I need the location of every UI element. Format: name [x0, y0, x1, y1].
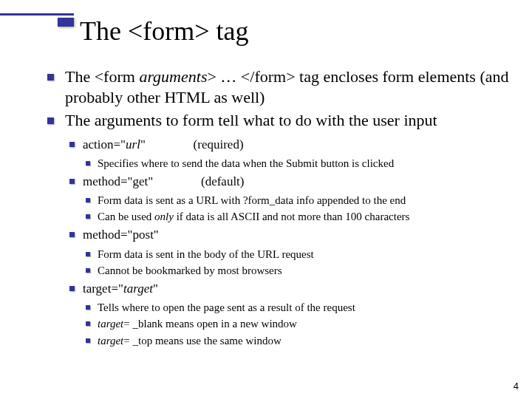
bullet-item: target="target" Tells where to open the … — [65, 281, 510, 348]
code: " — [140, 137, 146, 151]
code: > … </form> — [207, 67, 295, 86]
text: Form data is sent in the body of the URL… — [98, 248, 314, 260]
text: Tells where to open the page sent as a r… — [98, 301, 355, 313]
slide-content: The <form arguments> … </form> tag enclo… — [44, 66, 510, 351]
title-text-post: tag — [210, 16, 249, 46]
slide-title: The <form> tag — [80, 17, 532, 47]
code: <form — [95, 67, 140, 86]
code: method="get" — [83, 174, 153, 188]
bullet-item: Specifies where to send the data when th… — [83, 156, 510, 171]
bullet-item: action="url" (required) Specifies where … — [65, 137, 510, 171]
code-italic: url — [126, 137, 140, 151]
code: _top — [133, 335, 153, 347]
text: tell what to do with the user input — [214, 111, 437, 129]
title-text-pre: The — [80, 16, 128, 46]
text: button is clicked — [318, 157, 394, 169]
text: The arguments to — [65, 111, 183, 129]
bullet-list-level3: Form data is sent as a URL with ?form_da… — [83, 193, 510, 225]
text-italic: target — [98, 318, 123, 330]
text: means use the same window — [152, 335, 282, 347]
bullet-item: Can be used only if data is all ASCII an… — [83, 209, 510, 224]
bullet-item: target= _blank means open in a new windo… — [83, 316, 510, 331]
code: target=" — [83, 282, 123, 296]
code: form — [183, 111, 214, 129]
code: method="post" — [83, 228, 159, 242]
text-italic: only — [154, 211, 174, 222]
text: = — [123, 318, 132, 330]
note: (default) — [201, 174, 245, 190]
text: Cannot be bookmarked by most browsers — [98, 265, 282, 276]
text: info appended to the end — [293, 194, 406, 206]
bullet-list-level3: Form data is sent in the body of the URL… — [83, 247, 510, 279]
text: Form data is sent as a URL with — [98, 194, 243, 206]
text: Specifies where to send the data when th… — [98, 157, 286, 169]
bullet-item: Form data is sent in the body of the URL… — [83, 247, 510, 262]
code: " — [153, 282, 158, 296]
bullet-list-level3: Tells where to open the page sent as a r… — [83, 300, 510, 348]
bullet-item: The arguments to form tell what to do wi… — [44, 110, 510, 348]
note: (required) — [194, 137, 244, 153]
bullet-item: Cannot be bookmarked by most browsers — [83, 263, 510, 278]
title-block: The <form> tag — [0, 13, 532, 47]
title-accent-bar — [0, 13, 74, 16]
text: = — [123, 335, 132, 347]
bullet-item: method="get" (default) Form data is sent… — [65, 174, 510, 225]
text-italic: target — [98, 335, 123, 347]
bullet-list-level3: Specifies where to send the data when th… — [83, 156, 510, 171]
slide: The <form> tag The <form arguments> … </… — [0, 0, 532, 399]
code: action=" — [83, 137, 126, 151]
text: Can be used — [98, 211, 154, 222]
code-italic: arguments — [139, 67, 207, 86]
text: means open in a new window — [163, 318, 297, 330]
bullet-item: Tells where to open the page sent as a r… — [83, 300, 510, 315]
text: if data is all ASCII and not more than 1… — [174, 211, 410, 222]
bullet-item: method="post" Form data is sent in the b… — [65, 227, 510, 278]
code: ?form_data — [243, 194, 293, 206]
code: _blank — [133, 318, 163, 330]
bullet-list-level2: action="url" (required) Specifies where … — [65, 137, 510, 348]
code-italic: target — [123, 282, 153, 296]
text: The — [65, 67, 95, 86]
title-code: <form> — [128, 16, 210, 46]
page-number: 4 — [514, 381, 519, 392]
bullet-list-level1: The <form arguments> … </form> tag enclo… — [44, 66, 510, 348]
code: Submit — [286, 157, 318, 169]
title-accent-square — [58, 18, 74, 27]
bullet-item: target= _top means use the same window — [83, 333, 510, 348]
bullet-item: Form data is sent as a URL with ?form_da… — [83, 193, 510, 208]
bullet-item: The <form arguments> … </form> tag enclo… — [44, 66, 510, 107]
